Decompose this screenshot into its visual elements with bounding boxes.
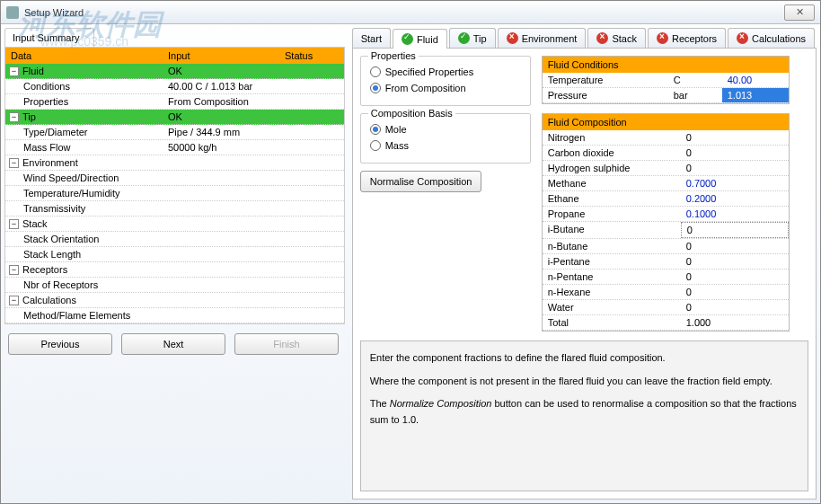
summary-status	[279, 64, 344, 78]
expander-icon[interactable]: −	[9, 66, 19, 76]
summary-row[interactable]: Wind Speed/Direction	[5, 171, 344, 186]
summary-input: Pipe / 344.9 mm	[163, 125, 279, 139]
expander-icon[interactable]: −	[9, 265, 19, 275]
summary-row[interactable]: −Environment	[5, 155, 344, 171]
comp-value[interactable]: 0	[681, 130, 789, 145]
summary-row[interactable]: −FluidOK	[5, 64, 344, 79]
fluid-composition-header: Fluid Composition	[543, 114, 789, 130]
radio-from-composition[interactable]: From Composition	[370, 80, 521, 96]
normalise-composition-button[interactable]: Normalise Composition	[360, 171, 482, 192]
comp-value[interactable]: 0	[681, 300, 789, 314]
radio-specified-properties[interactable]: Specified Properties	[370, 64, 521, 80]
summary-input	[163, 201, 279, 216]
expander-icon[interactable]: −	[9, 219, 19, 229]
left-controls-col: Properties Specified Properties From Com…	[360, 56, 531, 332]
next-button[interactable]: Next	[121, 333, 225, 355]
tab-tip[interactable]: Tip	[449, 28, 496, 48]
summary-label: Tip	[22, 111, 36, 122]
comp-label: Total	[543, 315, 681, 330]
conditions-row[interactable]: Pressurebar1.013	[543, 88, 789, 103]
summary-row[interactable]: Conditions40.00 C / 1.013 bar	[5, 79, 344, 94]
previous-button[interactable]: Previous	[8, 333, 112, 355]
expander-icon[interactable]: −	[9, 112, 19, 122]
summary-row[interactable]: Type/DiameterPipe / 344.9 mm	[5, 125, 344, 140]
comp-value[interactable]: 0	[681, 254, 789, 269]
composition-row[interactable]: Carbon dioxide0	[543, 146, 789, 161]
comp-value[interactable]: 0	[681, 270, 789, 284]
tab-calculations[interactable]: Calculations	[728, 28, 815, 48]
composition-row[interactable]: Nitrogen0	[543, 130, 789, 146]
comp-value[interactable]: 0	[681, 146, 789, 160]
composition-row[interactable]: Water0	[543, 300, 789, 315]
comp-value[interactable]: 0	[681, 285, 789, 299]
summary-status	[279, 201, 344, 216]
nav-buttons: Previous Next Finish	[4, 324, 345, 364]
summary-status	[279, 125, 344, 139]
finish-button: Finish	[234, 333, 339, 355]
tab-fluid[interactable]: Fluid	[393, 29, 447, 49]
composition-row[interactable]: i-Butane0	[543, 222, 789, 239]
composition-row[interactable]: n-Pentane0	[543, 270, 789, 285]
radio-mole[interactable]: Mole	[370, 121, 521, 137]
radio-icon	[370, 140, 381, 151]
left-pane: Input Summary Data Input Status −FluidOK…	[3, 26, 347, 501]
composition-row[interactable]: i-Pentane0	[543, 254, 789, 270]
summary-row[interactable]: Method/Flame Elements	[5, 308, 344, 323]
tab-input-summary[interactable]: Input Summary	[4, 28, 94, 47]
content-area: Input Summary Data Input Status −FluidOK…	[1, 24, 820, 503]
close-icon: ✕	[796, 6, 804, 18]
summary-label: Transmissivity	[23, 203, 85, 214]
summary-row[interactable]: −Receptors	[5, 262, 344, 278]
comp-value[interactable]: 0	[681, 222, 789, 238]
summary-row[interactable]: Stack Length	[5, 247, 344, 262]
summary-row[interactable]: Stack Orientation	[5, 232, 344, 247]
summary-row[interactable]: −TipOK	[5, 110, 344, 125]
composition-row[interactable]: Hydrogen sulphide0	[543, 161, 789, 176]
summary-row[interactable]: PropertiesFrom Composition	[5, 94, 344, 110]
help-line-3: The Normalize Composition button can be …	[370, 396, 799, 428]
summary-body: −FluidOKConditions40.00 C / 1.013 barPro…	[5, 64, 344, 323]
properties-legend: Properties	[368, 50, 419, 61]
radio-label: Mole	[385, 124, 407, 135]
tab-receptors[interactable]: Receptors	[648, 28, 726, 48]
composition-row[interactable]: Methane0.7000	[543, 176, 789, 191]
comp-value[interactable]: 1.000	[681, 315, 789, 330]
comp-label: i-Butane	[543, 222, 681, 238]
tab-stack[interactable]: Stack	[587, 28, 646, 48]
summary-row[interactable]: Nbr of Receptors	[5, 278, 344, 293]
tab-environment[interactable]: Environment	[498, 28, 587, 48]
window-title: Setup Wizard	[24, 7, 784, 18]
summary-input	[163, 171, 279, 185]
expander-icon[interactable]: −	[9, 158, 19, 168]
error-icon	[596, 32, 608, 44]
composition-row[interactable]: Total1.000	[543, 315, 789, 331]
main-window: Setup Wizard ✕ Input Summary Data Input …	[0, 0, 821, 504]
comp-label: i-Pentane	[543, 254, 681, 269]
composition-row[interactable]: n-Butane0	[543, 239, 789, 254]
composition-row[interactable]: Propane0.1000	[543, 207, 789, 222]
summary-status	[279, 293, 344, 307]
comp-value[interactable]: 0.1000	[681, 207, 789, 221]
radio-mass[interactable]: Mass	[370, 137, 521, 154]
close-button[interactable]: ✕	[784, 4, 815, 21]
summary-row[interactable]: Mass Flow50000 kg/h	[5, 140, 344, 155]
cond-value[interactable]: 1.013	[722, 88, 789, 102]
summary-row[interactable]: Temperature/Humidity	[5, 186, 344, 201]
comp-value[interactable]: 0.2000	[681, 191, 789, 206]
comp-value[interactable]: 0	[681, 239, 789, 253]
expander-icon[interactable]: −	[9, 296, 19, 305]
tab-start[interactable]: Start	[352, 28, 391, 48]
comp-value[interactable]: 0.7000	[681, 176, 789, 190]
summary-row[interactable]: Transmissivity	[5, 201, 344, 217]
composition-row[interactable]: Ethane0.2000	[543, 191, 789, 207]
conditions-row[interactable]: TemperatureC40.00	[543, 73, 789, 88]
summary-label: Conditions	[23, 81, 70, 92]
cond-value[interactable]: 40.00	[722, 73, 789, 87]
comp-label: Nitrogen	[543, 130, 681, 145]
tab-content-fluid: Properties Specified Properties From Com…	[352, 49, 817, 500]
summary-row[interactable]: −Calculations	[5, 293, 344, 308]
composition-row[interactable]: n-Hexane0	[543, 285, 789, 300]
comp-value[interactable]: 0	[681, 161, 789, 175]
summary-row[interactable]: −Stack	[5, 217, 344, 232]
cond-label: Temperature	[543, 73, 668, 87]
